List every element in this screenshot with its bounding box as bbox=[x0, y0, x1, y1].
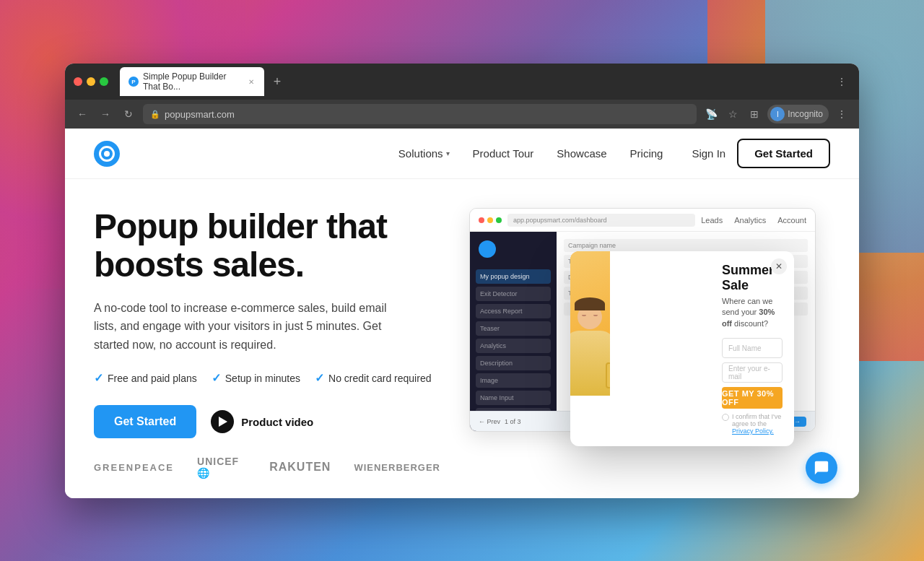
dash-maximize bbox=[496, 217, 502, 223]
browser-options-button[interactable]: ⋮ bbox=[833, 105, 850, 123]
dashboard-traffic-lights bbox=[479, 217, 502, 223]
logo-inner bbox=[99, 146, 115, 162]
cast-icon[interactable]: 📡 bbox=[702, 105, 720, 123]
dash-logo bbox=[479, 240, 496, 258]
dashboard-url: app.popupsmart.com/dashboard bbox=[507, 214, 695, 227]
header-get-started-button[interactable]: Get Started bbox=[737, 139, 830, 168]
popup-close-button[interactable]: ✕ bbox=[771, 258, 787, 274]
browser-tabs: P Simple Popup Builder That Bo... ✕ + bbox=[120, 67, 287, 96]
hero-left: Popup builder that boosts sales. A no-co… bbox=[94, 208, 440, 479]
site-header: Solutions ▾ Product Tour Showcase Pricin… bbox=[65, 129, 859, 179]
sidebar-description[interactable]: Description bbox=[476, 356, 551, 370]
nav-pricing[interactable]: Pricing bbox=[630, 147, 663, 160]
new-tab-button[interactable]: + bbox=[267, 71, 287, 92]
forward-button[interactable]: → bbox=[97, 105, 114, 123]
dashboard-header: app.popupsmart.com/dashboard Leads Analy… bbox=[470, 209, 815, 232]
toolbar-right: 📡 ☆ ⊞ I Incognito ⋮ bbox=[702, 105, 850, 123]
nav-actions: Sign In Get Started bbox=[692, 139, 830, 168]
check-icon-2: ✓ bbox=[212, 371, 221, 385]
check-icon-1: ✓ bbox=[94, 371, 103, 385]
nav-solutions[interactable]: Solutions ▾ bbox=[398, 147, 450, 160]
badge-no-credit: ✓ No credit card required bbox=[315, 371, 431, 385]
sidebar-teaser[interactable]: Teaser bbox=[476, 321, 551, 336]
close-button[interactable] bbox=[74, 77, 82, 86]
back-button[interactable]: ← bbox=[74, 105, 91, 123]
chat-icon bbox=[814, 460, 829, 476]
popup-consent: I confirm that I've agree to the Privacy… bbox=[722, 413, 783, 435]
badge-setup: ✓ Setup in minutes bbox=[212, 371, 300, 385]
dash-minimize bbox=[487, 217, 493, 223]
hero-get-started-button[interactable]: Get Started bbox=[94, 405, 196, 438]
traffic-lights bbox=[74, 77, 108, 86]
trust-logo-unicef: unicef 🌐 bbox=[197, 456, 246, 479]
tab-switcher-icon[interactable]: ⊞ bbox=[746, 105, 763, 123]
hero-title: Popup builder that boosts sales. bbox=[94, 208, 440, 284]
dashboard-sidebar: My popup design Exit Detector Access Rep… bbox=[470, 232, 557, 431]
dashboard-nav-tabs: Leads Analytics Account bbox=[701, 216, 806, 225]
tab-close-button[interactable]: ✕ bbox=[248, 77, 256, 87]
maximize-button[interactable] bbox=[100, 77, 108, 86]
hero-actions: Get Started Product video bbox=[94, 405, 440, 438]
star-icon[interactable]: ☆ bbox=[724, 105, 741, 123]
browser-window: P Simple Popup Builder That Bo... ✕ + ⋮ … bbox=[65, 64, 859, 498]
profile-avatar: I bbox=[770, 107, 785, 121]
popup-cta-button[interactable]: GET MY 30% OFF bbox=[722, 387, 783, 409]
trust-logo-wienerberger: wienerberger bbox=[354, 462, 440, 473]
reload-button[interactable]: ↻ bbox=[120, 105, 137, 123]
play-icon bbox=[211, 410, 234, 433]
minimize-button[interactable] bbox=[87, 77, 95, 86]
popup-email-input[interactable]: Enter your e-mail bbox=[722, 362, 783, 383]
profile-name: Incognito bbox=[788, 109, 823, 119]
analytics-tab[interactable]: Analytics bbox=[734, 216, 766, 225]
sidebar-analytics[interactable]: Analytics bbox=[476, 339, 551, 353]
sidebar-my-popup[interactable]: My popup design bbox=[476, 269, 551, 284]
site-logo bbox=[94, 141, 120, 167]
hero-video-button[interactable]: Product video bbox=[211, 410, 313, 433]
lock-icon: 🔒 bbox=[150, 110, 160, 119]
nav-product-tour[interactable]: Product Tour bbox=[473, 147, 534, 160]
hero-right: app.popupsmart.com/dashboard Leads Analy… bbox=[469, 208, 830, 453]
sign-in-button[interactable]: Sign In bbox=[692, 147, 725, 160]
tab-favicon: P bbox=[128, 77, 139, 87]
trust-logos: GREENPEACE unicef 🌐 Rakuten wienerberger bbox=[94, 438, 440, 479]
sidebar-access[interactable]: Access Report bbox=[476, 304, 551, 318]
field-row-1: Campaign name bbox=[564, 239, 808, 252]
tab-title: Simple Popup Builder That Bo... bbox=[143, 71, 243, 92]
sidebar-image[interactable]: Image bbox=[476, 373, 551, 388]
address-bar[interactable]: 🔒 popupsmart.com bbox=[143, 104, 697, 124]
profile-button[interactable]: I Incognito bbox=[767, 105, 829, 123]
dash-close bbox=[479, 217, 484, 223]
popup-fullname-input[interactable]: Full Name bbox=[722, 338, 783, 358]
nav-showcase[interactable]: Showcase bbox=[557, 147, 606, 160]
hero-section: Popup builder that boosts sales. A no-co… bbox=[65, 179, 859, 493]
solutions-chevron-icon: ▾ bbox=[446, 149, 450, 157]
hero-subtitle: A no-code tool to increase e-commerce sa… bbox=[94, 299, 397, 355]
popup-form: Summer Sale Where can we send your 30% o… bbox=[610, 251, 794, 446]
pagination: ← Prev1 of 3 bbox=[479, 418, 521, 425]
logo-icon bbox=[94, 141, 120, 167]
trust-logo-greenpeace: GREENPEACE bbox=[94, 462, 174, 473]
site-nav: Solutions ▾ Product Tour Showcase Pricin… bbox=[398, 147, 663, 160]
popup-description: Where can we send your 30% off discount? bbox=[722, 296, 783, 329]
leads-tab[interactable]: Leads bbox=[701, 216, 723, 225]
active-tab[interactable]: P Simple Popup Builder That Bo... ✕ bbox=[120, 67, 264, 96]
account-tab[interactable]: Account bbox=[777, 216, 806, 225]
sidebar-exit[interactable]: Exit Detector bbox=[476, 287, 551, 301]
check-icon-3: ✓ bbox=[315, 371, 324, 385]
sidebar-name-input[interactable]: Name Input bbox=[476, 391, 551, 405]
address-text: popupsmart.com bbox=[165, 109, 235, 120]
browser-menu-button[interactable]: ⋮ bbox=[833, 73, 850, 90]
hero-badges: ✓ Free and paid plans ✓ Setup in minutes… bbox=[94, 371, 440, 385]
chat-bubble-button[interactable] bbox=[806, 452, 837, 484]
play-triangle bbox=[219, 417, 227, 427]
trust-logo-rakuten: Rakuten bbox=[269, 461, 331, 474]
browser-chrome: P Simple Popup Builder That Bo... ✕ + ⋮ bbox=[65, 64, 859, 100]
browser-toolbar: ← → ↻ 🔒 popupsmart.com 📡 ☆ ⊞ I Incognito… bbox=[65, 100, 859, 129]
consent-checkbox[interactable] bbox=[722, 414, 729, 421]
popup-mockup: ✕ bbox=[570, 251, 794, 446]
badge-free-plans: ✓ Free and paid plans bbox=[94, 371, 197, 385]
website-content: Solutions ▾ Product Tour Showcase Pricin… bbox=[65, 129, 859, 498]
popup-image bbox=[570, 251, 610, 396]
